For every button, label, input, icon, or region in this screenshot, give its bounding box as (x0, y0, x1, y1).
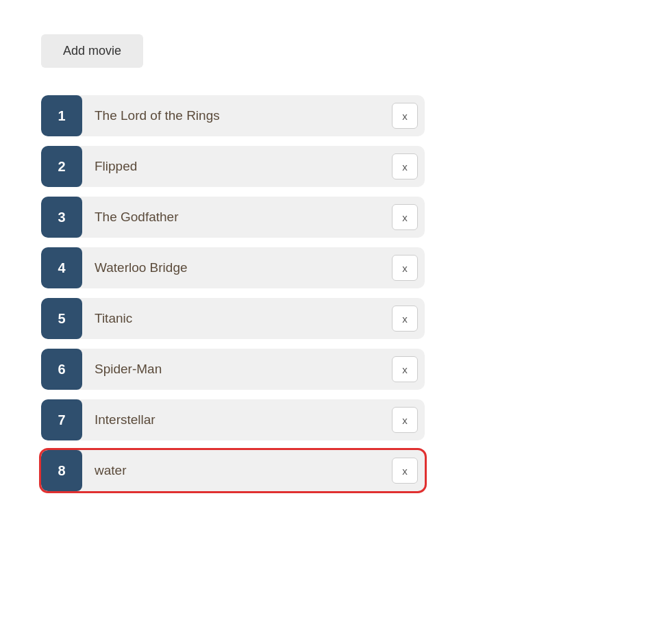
movie-item: 6Spider-Manx (41, 349, 425, 390)
movie-remove-button[interactable]: x (392, 407, 418, 433)
movie-number: 8 (41, 450, 82, 491)
movie-item: 4Waterloo Bridgex (41, 247, 425, 288)
movie-remove-button[interactable]: x (392, 103, 418, 129)
movie-remove-button[interactable]: x (392, 356, 418, 382)
movie-title: The Godfather (82, 210, 392, 225)
movie-title: Waterloo Bridge (82, 260, 392, 275)
movie-list: 1The Lord of the Ringsx2Flippedx3The God… (41, 95, 425, 491)
movie-title: Flipped (82, 159, 392, 174)
movie-remove-button[interactable]: x (392, 255, 418, 281)
movie-title: The Lord of the Rings (82, 108, 392, 123)
movie-number: 2 (41, 146, 82, 187)
movie-number: 6 (41, 349, 82, 390)
add-movie-button[interactable]: Add movie (41, 34, 143, 68)
movie-item: 2Flippedx (41, 146, 425, 187)
movie-item: 5Titanicx (41, 298, 425, 339)
movie-number: 7 (41, 399, 82, 440)
movie-number: 4 (41, 247, 82, 288)
movie-number: 5 (41, 298, 82, 339)
movie-item: 8waterx (41, 450, 425, 491)
movie-remove-button[interactable]: x (392, 153, 418, 179)
movie-title: Spider-Man (82, 362, 392, 377)
movie-title: water (82, 463, 392, 478)
movie-title: Titanic (82, 311, 392, 326)
movie-remove-button[interactable]: x (392, 458, 418, 484)
movie-number: 1 (41, 95, 82, 136)
movie-remove-button[interactable]: x (392, 306, 418, 332)
movie-item: 7Interstellarx (41, 399, 425, 440)
movie-title: Interstellar (82, 412, 392, 427)
movie-number: 3 (41, 197, 82, 238)
movie-remove-button[interactable]: x (392, 204, 418, 230)
movie-item: 3The Godfatherx (41, 197, 425, 238)
movie-item: 1The Lord of the Ringsx (41, 95, 425, 136)
